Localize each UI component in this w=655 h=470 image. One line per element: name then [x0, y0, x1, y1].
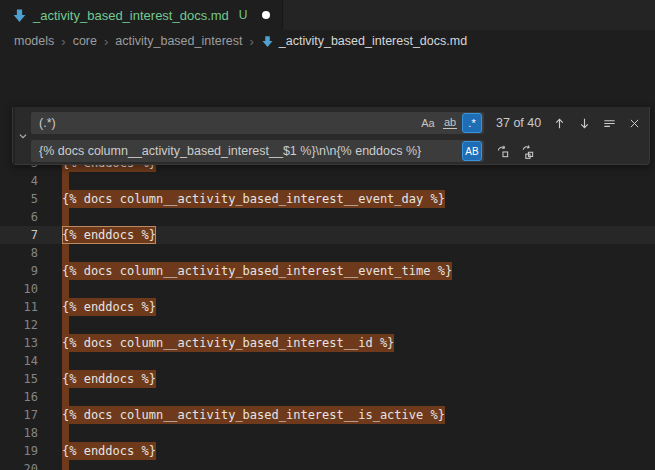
- code-line[interactable]: 12: [0, 316, 655, 334]
- arrow-down-icon: [577, 116, 592, 131]
- previous-match-button[interactable]: [548, 112, 570, 134]
- editor[interactable]: 1{% docs column__activity_based_interest…: [0, 52, 655, 470]
- match-case-button[interactable]: Aa: [418, 113, 438, 133]
- line-number: 12: [0, 316, 38, 334]
- match-highlight: {% enddocs %}: [62, 370, 156, 388]
- line-number: 6: [0, 208, 38, 226]
- close-icon: [628, 117, 641, 130]
- replace-all-button[interactable]: [516, 140, 538, 162]
- line-text: {% enddocs %}: [62, 442, 156, 460]
- line-number: 17: [0, 406, 38, 424]
- code-line[interactable]: 15{% enddocs %}: [0, 370, 655, 388]
- replace-input[interactable]: {% docs column__activity_based_interest_…: [31, 140, 484, 162]
- match-highlight: {% docs column__activity_based_interest_…: [62, 406, 445, 424]
- match-case-icon: Aa: [421, 117, 434, 129]
- code-line[interactable]: 19{% enddocs %}: [0, 442, 655, 460]
- line-text: {% docs column__activity_based_interest_…: [62, 406, 445, 424]
- line-text: [62, 208, 69, 226]
- find-in-selection-button[interactable]: [598, 112, 620, 134]
- line-text: {% docs column__activity_based_interest_…: [62, 262, 452, 280]
- match-highlight: {% enddocs %}: [62, 442, 156, 460]
- line-text: [62, 172, 69, 190]
- replace-all-icon: [520, 144, 535, 159]
- code-line[interactable]: 17{% docs column__activity_based_interes…: [0, 406, 655, 424]
- code-line[interactable]: 16: [0, 388, 655, 406]
- breadcrumb-item-core[interactable]: core: [73, 34, 97, 48]
- find-input[interactable]: (.*) Aa ab .*: [31, 112, 484, 134]
- line-number: 13: [0, 334, 38, 352]
- next-match-button[interactable]: [573, 112, 595, 134]
- match-highlight: {% docs column__activity_based_interest_…: [62, 334, 394, 352]
- code-line[interactable]: 7{% enddocs %}: [0, 226, 655, 244]
- empty-line-match-highlight: [62, 172, 69, 190]
- line-number: 14: [0, 352, 38, 370]
- line-text: {% enddocs %}: [62, 370, 156, 388]
- line-text: {% enddocs %}: [62, 298, 156, 316]
- empty-line-match-highlight: [62, 352, 69, 370]
- results-count: 37 of 40: [496, 116, 541, 130]
- vscode-window: _activity_based_interest_docs.md U model…: [0, 0, 655, 470]
- line-number: 20: [0, 460, 38, 470]
- match-highlight: {% enddocs %}: [62, 298, 156, 316]
- empty-line-match-highlight: [62, 424, 69, 442]
- preserve-case-icon: AB: [465, 146, 478, 157]
- match-highlight: {% docs column__activity_based_interest_…: [62, 262, 452, 280]
- line-number: 10: [0, 280, 38, 298]
- regex-icon: .*: [468, 117, 475, 129]
- find-row: (.*) Aa ab .* 37 of 40: [31, 112, 645, 134]
- code-line[interactable]: 8: [0, 244, 655, 262]
- empty-line-match-highlight: [62, 460, 69, 470]
- code-line[interactable]: 11{% enddocs %}: [0, 298, 655, 316]
- replace-icon: [495, 144, 510, 159]
- breadcrumb-item-activity-based-interest[interactable]: activity_based_interest: [115, 34, 242, 48]
- code-line[interactable]: 13{% docs column__activity_based_interes…: [0, 334, 655, 352]
- chevron-right-icon: ›: [61, 34, 65, 49]
- code-line[interactable]: 6: [0, 208, 655, 226]
- tab-bar: _activity_based_interest_docs.md U: [0, 0, 655, 30]
- code-line[interactable]: 18: [0, 424, 655, 442]
- line-number: 7: [0, 226, 38, 244]
- current-match-highlight: {% enddocs %}: [62, 226, 156, 244]
- regex-button[interactable]: .*: [462, 113, 482, 133]
- line-number: 4: [0, 172, 38, 190]
- line-number: 16: [0, 388, 38, 406]
- empty-line-match-highlight: [62, 244, 69, 262]
- empty-line-match-highlight: [62, 388, 69, 406]
- replace-button[interactable]: [491, 140, 513, 162]
- code-line[interactable]: 9{% docs column__activity_based_interest…: [0, 262, 655, 280]
- markdown-file-icon: [261, 35, 274, 48]
- tab-activity-based-interest-docs[interactable]: _activity_based_interest_docs.md U: [0, 0, 283, 30]
- match-highlight: {% docs column__activity_based_interest_…: [62, 190, 445, 208]
- code-line[interactable]: 20: [0, 460, 655, 470]
- close-find-widget-button[interactable]: [623, 112, 645, 134]
- preserve-case-button[interactable]: AB: [462, 141, 482, 161]
- line-text: [62, 280, 69, 298]
- replace-row: {% docs column__activity_based_interest_…: [31, 140, 645, 162]
- replace-value-text: {% docs column__activity_based_interest_…: [39, 144, 460, 158]
- line-text: {% docs column__activity_based_interest_…: [62, 334, 394, 352]
- chevron-right-icon: ›: [249, 34, 253, 49]
- code-line[interactable]: 14: [0, 352, 655, 370]
- markdown-file-icon: [12, 8, 27, 23]
- line-number: 8: [0, 244, 38, 262]
- line-number: 18: [0, 424, 38, 442]
- empty-line-match-highlight: [62, 280, 69, 298]
- modified-indicator-dot[interactable]: [262, 11, 270, 19]
- tab-label: _activity_based_interest_docs.md: [33, 8, 229, 23]
- code-line[interactable]: 10: [0, 280, 655, 298]
- code-line[interactable]: 5{% docs column__activity_based_interest…: [0, 190, 655, 208]
- selection-lines-icon: [602, 116, 617, 131]
- find-query-text: (.*): [39, 116, 416, 130]
- whole-word-button[interactable]: ab: [440, 113, 460, 133]
- breadcrumb-item-file[interactable]: _activity_based_interest_docs.md: [261, 34, 467, 48]
- code-line[interactable]: 4: [0, 172, 655, 190]
- line-text: {% docs column__activity_based_interest_…: [62, 190, 445, 208]
- toggle-replace-button[interactable]: [13, 107, 31, 164]
- chevron-down-icon: [16, 129, 30, 143]
- line-number: 19: [0, 442, 38, 460]
- line-text: {% enddocs %}: [62, 226, 156, 244]
- whole-word-icon: ab: [443, 117, 457, 129]
- breadcrumb-item-models[interactable]: models: [14, 34, 54, 48]
- line-number: 9: [0, 262, 38, 280]
- chevron-right-icon: ›: [104, 34, 108, 49]
